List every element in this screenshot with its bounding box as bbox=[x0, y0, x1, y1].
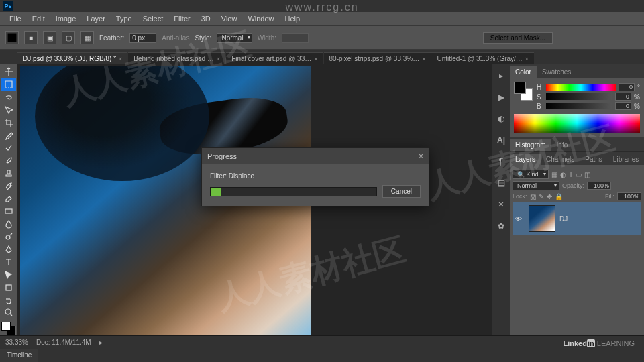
lock-paint-icon[interactable]: ✎ bbox=[539, 193, 544, 200]
paths-tab[interactable]: Paths bbox=[580, 154, 608, 165]
hue-value[interactable]: 0 bbox=[619, 83, 635, 91]
menu-select[interactable]: Select bbox=[138, 15, 169, 23]
brush-panel-icon[interactable]: ◐ bbox=[494, 111, 508, 126]
visibility-icon[interactable]: 👁 bbox=[515, 215, 525, 223]
doc-tab-dj[interactable]: DJ.psd @ 33.3% (DJ, RGB/8) *× bbox=[17, 52, 127, 64]
doc-tab-ribbed[interactable]: Behind ribbed glass.psd …× bbox=[128, 52, 225, 64]
menu-3d[interactable]: 3D bbox=[196, 15, 216, 23]
collapsed-dock: ▸ ▶ ◐ A| ¶ ▤ ✕ ✿ bbox=[492, 64, 510, 335]
bri-value[interactable]: 0 bbox=[615, 102, 631, 110]
lasso-tool[interactable] bbox=[1, 91, 16, 103]
doc-tab-untitled[interactable]: Untitled-1 @ 31.3% (Gray/…× bbox=[431, 52, 534, 64]
menu-view[interactable]: View bbox=[216, 15, 243, 23]
layer-thumbnail[interactable] bbox=[529, 205, 555, 232]
menu-layer[interactable]: Layer bbox=[81, 15, 111, 23]
blur-tool[interactable] bbox=[1, 218, 16, 230]
fg-bg-swatch[interactable] bbox=[514, 82, 533, 101]
lock-pos-icon[interactable]: ✥ bbox=[547, 193, 552, 200]
color-swatches[interactable] bbox=[1, 322, 16, 335]
lock-trans-icon[interactable]: ▨ bbox=[530, 193, 536, 200]
doc-tab-strips[interactable]: 80-pixel strips.psd @ 33.3%…× bbox=[324, 52, 431, 64]
sat-slider[interactable] bbox=[546, 93, 612, 100]
timeline-tab[interactable]: Timeline bbox=[0, 349, 38, 362]
char-panel-icon[interactable]: A| bbox=[494, 133, 508, 147]
quick-select-tool[interactable] bbox=[1, 104, 16, 116]
histogram-tab[interactable]: Histogram bbox=[510, 139, 551, 151]
brush-tool[interactable] bbox=[1, 154, 16, 166]
libraries-tab[interactable]: Libraries bbox=[608, 154, 644, 165]
dodge-tool[interactable] bbox=[1, 231, 16, 243]
menu-image[interactable]: Image bbox=[50, 15, 82, 23]
cancel-button[interactable]: Cancel bbox=[382, 185, 421, 198]
actions-panel-icon[interactable]: ▶ bbox=[494, 90, 508, 105]
para-panel-icon[interactable]: ¶ bbox=[494, 154, 508, 169]
hue-slider[interactable] bbox=[546, 84, 616, 90]
move-tool[interactable] bbox=[1, 66, 16, 78]
doc-size[interactable]: Doc: 11.4M/11.4M bbox=[36, 339, 91, 346]
style-select[interactable]: Normal bbox=[217, 33, 252, 43]
close-icon[interactable]: × bbox=[119, 56, 122, 62]
hand-tool[interactable] bbox=[1, 294, 16, 306]
options-bar: ■ ▣ ▢ ▦ Feather: Anti-alias Style: Norma… bbox=[0, 25, 644, 50]
lock-all-icon[interactable]: 🔒 bbox=[555, 193, 563, 200]
close-icon[interactable]: × bbox=[314, 56, 317, 62]
feather-input[interactable] bbox=[129, 33, 156, 43]
select-and-mask-button[interactable]: Select and Mask... bbox=[483, 32, 553, 44]
filter-adjust-icon[interactable]: ◐ bbox=[560, 171, 566, 178]
spectrum-picker[interactable] bbox=[514, 114, 640, 133]
pen-tool[interactable] bbox=[1, 243, 16, 255]
layer-name[interactable]: DJ bbox=[559, 215, 568, 223]
close-icon[interactable]: × bbox=[419, 152, 423, 161]
eraser-tool[interactable] bbox=[1, 192, 16, 204]
props-panel-icon[interactable]: ✿ bbox=[494, 219, 508, 233]
history-brush-tool[interactable] bbox=[1, 180, 16, 192]
eyedropper-tool[interactable] bbox=[1, 129, 16, 141]
menu-filter[interactable]: Filter bbox=[168, 15, 195, 23]
filter-type-icon[interactable]: T bbox=[569, 171, 573, 178]
filter-pixel-icon[interactable]: ▦ bbox=[551, 171, 557, 178]
selection-int-icon[interactable]: ▦ bbox=[80, 31, 94, 44]
menu-help[interactable]: Help bbox=[280, 15, 306, 23]
layers-tab[interactable]: Layers bbox=[510, 154, 541, 165]
close-icon[interactable]: × bbox=[217, 56, 220, 62]
type-tool[interactable] bbox=[1, 256, 16, 268]
filter-smart-icon[interactable]: ◫ bbox=[584, 171, 590, 178]
sat-value[interactable]: 0 bbox=[615, 93, 631, 101]
crop-tool[interactable] bbox=[1, 117, 16, 129]
path-tool[interactable] bbox=[1, 269, 16, 281]
filter-shape-icon[interactable]: ▭ bbox=[576, 171, 582, 178]
layer-row[interactable]: 👁 DJ bbox=[513, 202, 641, 235]
tool-preset-icon[interactable] bbox=[5, 31, 19, 44]
filter-kind-select[interactable]: 🔍 Kind bbox=[513, 170, 549, 179]
styles-panel-icon[interactable]: ▤ bbox=[494, 176, 508, 190]
color-tab[interactable]: Color bbox=[510, 66, 537, 78]
selection-add-icon[interactable]: ▣ bbox=[43, 31, 56, 44]
swatches-tab[interactable]: Swatches bbox=[537, 66, 576, 78]
svg-rect-1 bbox=[5, 81, 12, 88]
zoom-tool[interactable] bbox=[1, 307, 16, 319]
close-icon[interactable]: × bbox=[525, 56, 529, 62]
selection-new-icon[interactable]: ■ bbox=[24, 31, 38, 44]
info-tab[interactable]: Info bbox=[551, 139, 574, 151]
menu-file[interactable]: File bbox=[4, 15, 27, 23]
history-panel-icon[interactable]: ▸ bbox=[494, 68, 508, 83]
gradient-tool[interactable] bbox=[1, 205, 16, 217]
marquee-tool[interactable] bbox=[1, 78, 16, 90]
adjust-panel-icon[interactable]: ✕ bbox=[494, 197, 508, 212]
opacity-input[interactable]: 100% bbox=[587, 182, 611, 190]
close-icon[interactable]: × bbox=[422, 56, 425, 62]
menu-type[interactable]: Type bbox=[111, 15, 138, 23]
zoom-level[interactable]: 33.33% bbox=[5, 339, 28, 346]
menu-window[interactable]: Window bbox=[242, 15, 279, 23]
channels-tab[interactable]: Channels bbox=[541, 154, 580, 165]
shape-tool[interactable] bbox=[1, 282, 16, 294]
doc-tab-cover[interactable]: Final cover art.psd @ 33…× bbox=[226, 52, 323, 64]
title-bar: Ps bbox=[0, 0, 644, 12]
bri-slider[interactable] bbox=[546, 103, 612, 109]
fill-input[interactable]: 100% bbox=[617, 192, 641, 200]
stamp-tool[interactable] bbox=[1, 167, 16, 179]
blend-mode-select[interactable]: Normal bbox=[513, 181, 559, 190]
menu-edit[interactable]: Edit bbox=[27, 15, 50, 23]
selection-sub-icon[interactable]: ▢ bbox=[62, 31, 75, 44]
healing-tool[interactable] bbox=[1, 142, 16, 154]
